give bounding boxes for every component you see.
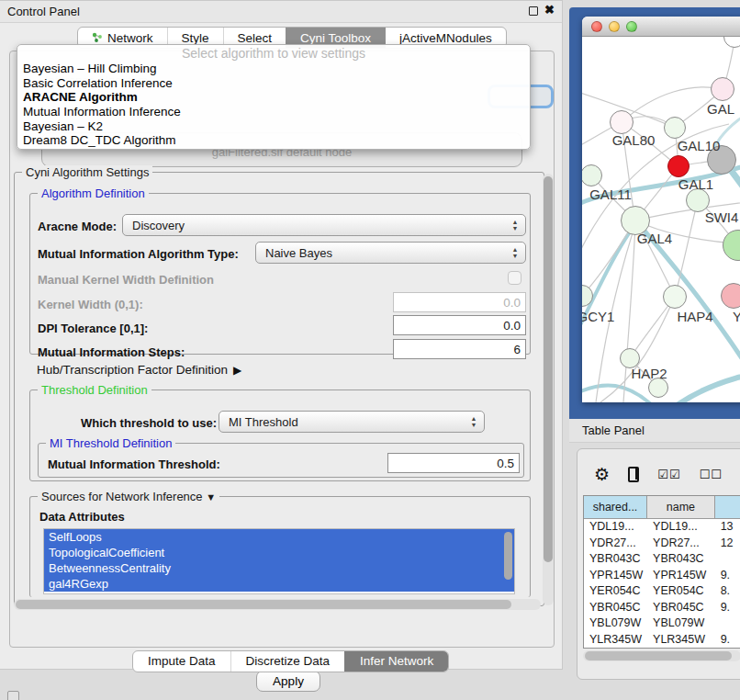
- cell: [715, 615, 740, 632]
- tab-discretize-data[interactable]: Discretize Data: [230, 651, 345, 672]
- network-node[interactable]: [721, 283, 740, 309]
- popup-option[interactable]: Mutual Information Inference: [17, 105, 530, 119]
- column-header-name[interactable]: name: [647, 496, 715, 519]
- list-item[interactable]: SelfLoops: [44, 529, 514, 545]
- node-label: GAL1: [678, 176, 713, 192]
- columns-icon[interactable]: [628, 467, 639, 482]
- tab-label: Style: [182, 31, 209, 45]
- settings-horizontal-scrollbar-thumb[interactable]: [16, 600, 511, 609]
- data-attributes-list[interactable]: SelfLoops TopologicalCoefficient Between…: [43, 528, 515, 594]
- cell: YLR345W: [647, 632, 715, 649]
- popup-option[interactable]: Dream8 DC_TDC Algorithm: [17, 133, 530, 148]
- mi-algorithm-type-combo[interactable]: Naive Bayes ▲▼: [255, 242, 526, 264]
- cyni-bottom-tabbar: Impute Data Discretize Data Infer Networ…: [132, 650, 449, 672]
- cell: YER054C: [584, 583, 647, 600]
- kernel-width-field[interactable]: 0.0: [393, 292, 526, 312]
- minimize-traffic-light-icon[interactable]: [609, 21, 620, 32]
- network-window-titlebar: [582, 17, 740, 37]
- table-row[interactable]: YLR345WYLR345W9.: [584, 632, 740, 649]
- network-node-selected[interactable]: [667, 155, 690, 177]
- network-view-panel: GAL GAL80 GAL10 GAL1 GAL11 SWI4 GAL4 GCY…: [569, 7, 740, 419]
- network-node[interactable]: [663, 285, 687, 309]
- cell: YDL19...: [584, 519, 647, 536]
- node-label: HAP2: [631, 366, 667, 381]
- column-header-cut[interactable]: [715, 496, 740, 519]
- list-item[interactable]: gal4RGexp: [44, 576, 514, 592]
- close-traffic-light-icon[interactable]: [591, 21, 602, 32]
- network-node[interactable]: [610, 110, 633, 134]
- popup-option[interactable]: Bayesian – K2: [17, 119, 530, 134]
- dock-panel-icon[interactable]: [7, 691, 19, 700]
- list-item[interactable]: BetweennessCentrality: [44, 560, 514, 576]
- cell: 9.: [715, 568, 740, 584]
- combo-value: Naive Bayes: [265, 246, 332, 260]
- close-panel-icon[interactable]: ✖: [544, 3, 555, 17]
- stepper-arrows-icon: ▲▼: [510, 246, 520, 259]
- mi-steps-field[interactable]: 6: [393, 339, 526, 359]
- table-row[interactable]: YBL079WYBL079W: [584, 615, 740, 632]
- table-row[interactable]: YBR045CYBR045C9.: [584, 600, 740, 616]
- algorithm-select-popup: Select algorithm to view settings Bayesi…: [17, 44, 531, 150]
- dpi-tolerance-field[interactable]: 0.0: [393, 315, 526, 335]
- kernel-width-label: Kernel Width (0,1):: [38, 298, 143, 311]
- table-horizontal-scrollbar-track[interactable]: [583, 650, 740, 661]
- group-title: Algorithm Definition: [38, 186, 149, 200]
- settings-horizontal-scrollbar-track[interactable]: [14, 599, 541, 610]
- network-canvas[interactable]: GAL GAL80 GAL10 GAL1 GAL11 SWI4 GAL4 GCY…: [582, 37, 740, 402]
- node-label: GAL10: [678, 138, 721, 153]
- cell: YBR045C: [584, 600, 647, 616]
- table-row[interactable]: YPR145WYPR145W9.: [584, 568, 740, 584]
- cell: YDR27...: [647, 536, 715, 552]
- collapse-arrow-icon[interactable]: ▼: [206, 491, 216, 502]
- column-header-shared-name[interactable]: shared...: [584, 496, 647, 519]
- list-vertical-scrollbar[interactable]: [504, 532, 512, 580]
- control-panel-title: Control Panel: [7, 5, 80, 18]
- cell: 12: [715, 536, 740, 552]
- network-node[interactable]: [711, 77, 734, 101]
- table-row[interactable]: YBR043CYBR043C: [584, 551, 740, 568]
- which-threshold-combo[interactable]: MI Threshold ▲▼: [219, 411, 485, 433]
- float-window-icon[interactable]: [529, 6, 538, 16]
- table-row[interactable]: YDR27...YDR27...12: [584, 536, 740, 552]
- which-threshold-label: Which threshold to use:: [81, 416, 217, 430]
- popup-option-selected[interactable]: ARACNE Algorithm: [17, 90, 530, 105]
- settings-vertical-scrollbar-track[interactable]: [543, 174, 554, 605]
- settings-vertical-scrollbar-thumb[interactable]: [544, 176, 553, 562]
- control-panel-titlebar: Control Panel ✖: [0, 1, 562, 23]
- apply-button[interactable]: Apply: [256, 671, 320, 692]
- network-window: GAL GAL80 GAL10 GAL1 GAL11 SWI4 GAL4 GCY…: [582, 17, 740, 402]
- aracne-mode-combo[interactable]: Discovery ▲▼: [122, 214, 526, 236]
- tab-label: Infer Network: [360, 654, 433, 668]
- tab-infer-network[interactable]: Infer Network: [344, 651, 448, 672]
- sources-group: Sources for Network Inference ▼ Data Att…: [29, 496, 531, 597]
- zoom-traffic-light-icon[interactable]: [626, 21, 637, 32]
- popup-option[interactable]: Bayesian – Hill Climbing: [17, 62, 530, 76]
- unchecked-columns-icon[interactable]: ☐☐: [700, 468, 723, 481]
- manual-kernel-width-checkbox[interactable]: [508, 271, 521, 285]
- group-title: Threshold Definition: [38, 383, 151, 397]
- group-title: MI Threshold Definition: [46, 436, 175, 450]
- table-row[interactable]: YIL052CYIL052C9: [584, 648, 740, 649]
- network-node[interactable]: [664, 117, 686, 139]
- stepper-arrows-icon: ▲▼: [469, 415, 478, 428]
- cell: YER054C: [647, 583, 715, 600]
- list-item[interactable]: TopologicalCoefficient: [44, 545, 514, 560]
- table-row[interactable]: YER054CYER054C8.: [584, 583, 740, 600]
- node-label: GAL4: [637, 231, 672, 246]
- checked-columns-icon[interactable]: ☑☑: [657, 468, 680, 481]
- node-label: GAL: [707, 101, 734, 117]
- gear-icon[interactable]: ⚙: [594, 466, 610, 483]
- popup-option[interactable]: Basic Correlation Inference: [17, 76, 530, 91]
- cell: YBR043C: [584, 551, 647, 568]
- node-label: HAP4: [677, 309, 712, 324]
- threshold-definition-group: Threshold Definition Which threshold to …: [29, 390, 531, 481]
- dpi-tolerance-label: DPI Tolerance [0,1]:: [38, 322, 148, 335]
- node-table[interactable]: shared... name YDL19...YDL19...13 YDR27.…: [583, 495, 740, 649]
- mi-threshold-field[interactable]: 0.5: [387, 453, 520, 473]
- table-horizontal-scrollbar-thumb[interactable]: [585, 651, 732, 660]
- tab-impute-data[interactable]: Impute Data: [133, 651, 230, 672]
- network-icon: [92, 32, 103, 43]
- hub-definition-expander[interactable]: Hub/Transcription Factor Definition▶: [37, 363, 241, 377]
- table-row[interactable]: YDL19...YDL19...13: [584, 519, 740, 536]
- node-label: GCY1: [582, 309, 614, 324]
